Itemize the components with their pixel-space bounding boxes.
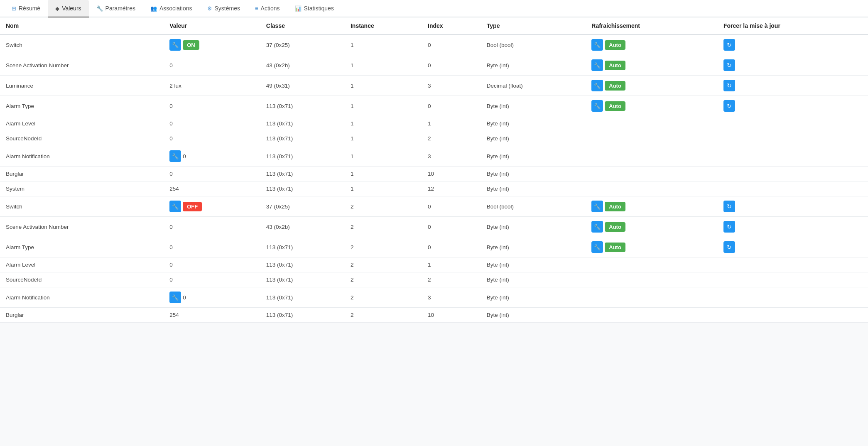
auto-button[interactable]: Auto <box>605 81 625 91</box>
valeur-text: 0 <box>183 153 186 159</box>
cell-classe: 113 (0x71) <box>260 308 345 323</box>
table-row: Alarm Level0113 (0x71)11Byte (int) <box>0 116 868 131</box>
cell-rafraichissement: 🔧 Auto <box>586 55 718 76</box>
cell-rafraichissement: 🔧 Auto <box>586 96 718 116</box>
cell-type: Byte (int) <box>481 237 586 257</box>
cell-valeur: 0 <box>164 131 260 146</box>
cell-instance: 2 <box>345 257 422 272</box>
col-header-rafraichissement: Rafraichissement <box>586 17 718 34</box>
refresh-config-button[interactable]: 🔧 <box>591 80 603 91</box>
cell-classe: 113 (0x71) <box>260 96 345 116</box>
force-refresh-button[interactable]: ↻ <box>723 59 735 71</box>
cell-rafraichissement <box>586 287 718 308</box>
table-body: Switch 🔧 ON 37 (0x25)10Bool (bool) 🔧 Aut… <box>0 34 868 323</box>
tab-label-parametres: Paramètres <box>105 5 135 12</box>
table-row: SourceNodeId0113 (0x71)12Byte (int) <box>0 131 868 146</box>
cell-index: 0 <box>422 237 481 257</box>
refresh-config-button[interactable]: 🔧 <box>591 221 603 233</box>
cell-index: 10 <box>422 167 481 181</box>
auto-button[interactable]: Auto <box>605 243 625 252</box>
edit-button[interactable]: 🔧 <box>169 292 181 303</box>
cell-valeur: 254 <box>164 308 260 323</box>
cell-type: Byte (int) <box>481 146 586 167</box>
cell-instance: 2 <box>345 287 422 308</box>
edit-button[interactable]: 🔧 <box>169 150 181 162</box>
force-refresh-button[interactable]: ↻ <box>723 241 735 253</box>
refresh-config-button[interactable]: 🔧 <box>591 39 603 51</box>
cell-index: 1 <box>422 257 481 272</box>
auto-button[interactable]: Auto <box>605 202 625 211</box>
cell-instance: 1 <box>345 131 422 146</box>
cell-valeur: 0 <box>164 55 260 76</box>
cell-index: 0 <box>422 55 481 76</box>
force-refresh-button[interactable]: ↻ <box>723 39 735 51</box>
cell-index: 2 <box>422 272 481 287</box>
table-row: Switch 🔧 ON 37 (0x25)10Bool (bool) 🔧 Aut… <box>0 34 868 55</box>
cell-type: Byte (int) <box>481 96 586 116</box>
off-button[interactable]: OFF <box>183 202 202 211</box>
refresh-config-button[interactable]: 🔧 <box>591 100 603 112</box>
cell-index: 3 <box>422 287 481 308</box>
cell-forcer <box>718 272 868 287</box>
cell-classe: 113 (0x71) <box>260 167 345 181</box>
cell-index: 1 <box>422 116 481 131</box>
auto-button[interactable]: Auto <box>605 101 625 111</box>
cell-forcer: ↻ <box>718 96 868 116</box>
table-row: Scene Activation Number043 (0x2b)20Byte … <box>0 217 868 237</box>
cell-nom: Switch <box>0 196 164 217</box>
cell-instance: 1 <box>345 34 422 55</box>
cell-rafraichissement <box>586 308 718 323</box>
cell-index: 0 <box>422 217 481 237</box>
cell-valeur: 2 lux <box>164 76 260 96</box>
table-row: Burglar0113 (0x71)110Byte (int) <box>0 167 868 181</box>
cell-instance: 2 <box>345 272 422 287</box>
force-refresh-button[interactable]: ↻ <box>723 201 735 212</box>
tab-actions[interactable]: ≡Actions <box>248 0 287 17</box>
force-refresh-button[interactable]: ↻ <box>723 221 735 233</box>
refresh-config-button[interactable]: 🔧 <box>591 59 603 71</box>
header-row: NomValeurClasseInstanceIndexTypeRafraich… <box>0 17 868 34</box>
auto-button[interactable]: Auto <box>605 222 625 232</box>
table-wrapper: NomValeurClasseInstanceIndexTypeRafraich… <box>0 17 868 323</box>
cell-instance: 2 <box>345 237 422 257</box>
cell-rafraichissement: 🔧 Auto <box>586 196 718 217</box>
on-button[interactable]: ON <box>183 40 199 50</box>
edit-button[interactable]: 🔧 <box>169 39 181 51</box>
tab-label-systemes: Systèmes <box>215 5 240 12</box>
tab-resume[interactable]: ⊞Résumé <box>4 0 48 17</box>
refresh-config-button[interactable]: 🔧 <box>591 201 603 212</box>
cell-rafraichissement: 🔧 Auto <box>586 76 718 96</box>
cell-instance: 2 <box>345 308 422 323</box>
cell-type: Byte (int) <box>481 167 586 181</box>
cell-forcer <box>718 308 868 323</box>
cell-rafraichissement: 🔧 Auto <box>586 34 718 55</box>
cell-valeur: 🔧 ON <box>164 34 260 55</box>
tab-associations[interactable]: 👥Associations <box>143 0 200 17</box>
cell-instance: 1 <box>345 96 422 116</box>
cell-type: Byte (int) <box>481 308 586 323</box>
cell-rafraichissement: 🔧 Auto <box>586 237 718 257</box>
cell-classe: 113 (0x71) <box>260 181 345 196</box>
refresh-config-button[interactable]: 🔧 <box>591 241 603 253</box>
force-refresh-button[interactable]: ↻ <box>723 80 735 91</box>
tab-valeurs[interactable]: ◆Valeurs <box>48 0 88 17</box>
tab-bar: ⊞Résumé◆Valeurs🔧Paramètres👥Associations⚙… <box>0 0 868 17</box>
cell-valeur: 🔧 0 <box>164 146 260 167</box>
tab-systemes[interactable]: ⚙Systèmes <box>200 0 248 17</box>
auto-button[interactable]: Auto <box>605 40 625 50</box>
tab-parametres[interactable]: 🔧Paramètres <box>89 0 143 17</box>
cell-valeur: 0 <box>164 167 260 181</box>
table-row: SourceNodeId0113 (0x71)22Byte (int) <box>0 272 868 287</box>
cell-valeur: 🔧 0 <box>164 287 260 308</box>
cell-forcer: ↻ <box>718 196 868 217</box>
cell-forcer <box>718 146 868 167</box>
auto-button[interactable]: Auto <box>605 61 625 70</box>
tab-statistiques[interactable]: 📊Statistiques <box>287 0 341 17</box>
edit-button[interactable]: 🔧 <box>169 201 181 212</box>
cell-index: 12 <box>422 181 481 196</box>
table-row: Alarm Notification 🔧 0 113 (0x71)13Byte … <box>0 146 868 167</box>
cell-valeur: 0 <box>164 272 260 287</box>
force-refresh-button[interactable]: ↻ <box>723 100 735 112</box>
table-row: Alarm Level0113 (0x71)21Byte (int) <box>0 257 868 272</box>
cell-nom: Alarm Type <box>0 237 164 257</box>
